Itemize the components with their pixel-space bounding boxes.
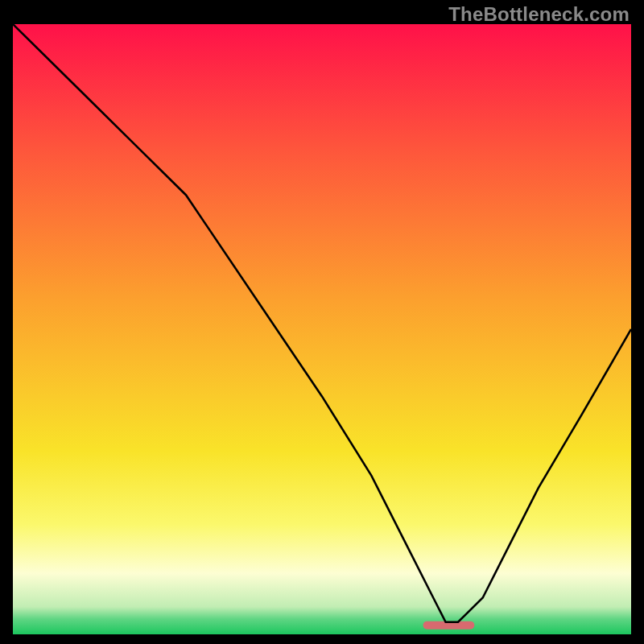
- watermark-text: TheBottleneck.com: [448, 3, 630, 26]
- chart-frame: [13, 24, 631, 634]
- bottleneck-chart: [13, 24, 631, 634]
